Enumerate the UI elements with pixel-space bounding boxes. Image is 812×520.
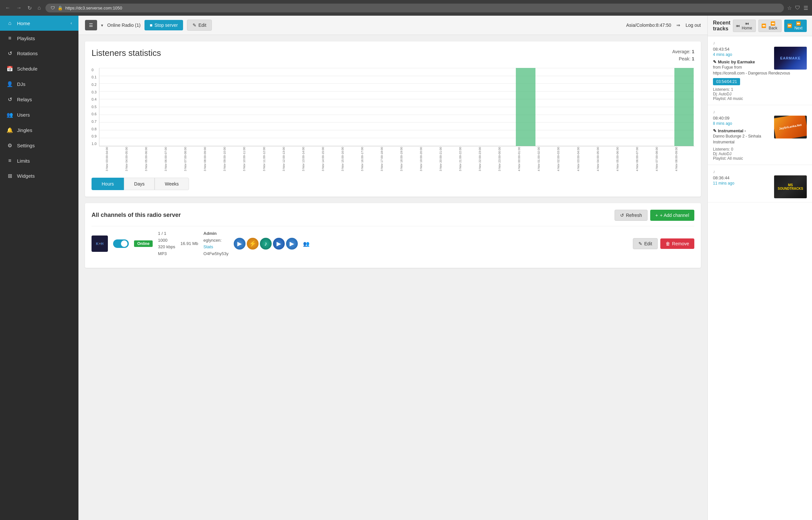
x-axis-label: 4 Nov 03:00-04:00	[576, 146, 596, 173]
sidebar-label-home: Home	[17, 21, 30, 26]
users-icon: 👥	[6, 112, 13, 118]
timezone-label: Asia/Colombo:8:47:50	[626, 23, 671, 28]
weeks-filter-button[interactable]: Weeks	[155, 178, 189, 190]
sidebar-label-widgets: Widgets	[17, 173, 35, 179]
back-button[interactable]: ←	[4, 4, 12, 12]
channel-toggle[interactable]	[113, 239, 129, 248]
sidebar-item-widgets[interactable]: ⊞ Widgets	[0, 168, 78, 184]
track-1-title: ✎ Music by Earmake	[713, 59, 771, 64]
admin-label: Admin	[203, 230, 228, 237]
sidebar-item-settings[interactable]: ⚙ Settings	[0, 138, 78, 153]
track-2-thumbnail: JaySriLanka.Net	[774, 115, 807, 138]
sidebar-item-schedule[interactable]: 📅 Schedule	[0, 61, 78, 76]
average-value: 1	[692, 49, 694, 54]
play-icon-3[interactable]: ▶	[286, 238, 298, 250]
channel-edit-label: Edit	[644, 241, 652, 246]
play-icon-1[interactable]: ▶	[234, 238, 246, 250]
x-axis-label: 3 Nov 05:00-06:00	[145, 146, 164, 173]
main-content: Listeners statistics Average: 1 Peak: 1	[78, 35, 707, 520]
track-2-content: JaySriLanka.Net 08:40:09 8 mins ago ✎ In…	[713, 115, 807, 161]
x-axis-label: 3 Nov 22:00-23:00	[478, 146, 498, 173]
sidebar-item-jingles[interactable]: 🔔 Jingles	[0, 123, 78, 138]
edit-icon-track2[interactable]: ✎	[713, 128, 717, 133]
stop-server-button[interactable]: ■ Stop server	[145, 20, 183, 30]
channel-media-icons: ▶ ⚡ ♪ ▶ ▶	[234, 238, 298, 250]
admin-stats-link[interactable]: Stats	[203, 244, 228, 251]
sidebar-label-jingles: Jingles	[17, 127, 32, 133]
home-nav-button[interactable]: ⏮ ⏮ Home	[733, 20, 756, 32]
channel-edit-button[interactable]: ✎ Edit	[633, 238, 658, 249]
x-axis-label: 3 Nov 03:00-04:00	[105, 146, 125, 173]
earmake-art: EARMAKE	[774, 47, 807, 70]
x-axis-label: 3 Nov 08:00-09:00	[203, 146, 223, 173]
chart-container: 1.00.90.80.70.60.50.40.30.20.10 3 Nov 03…	[92, 68, 694, 173]
x-axis-label: 3 Nov 09:00-10:00	[223, 146, 243, 173]
topbar: ☰ ▾ Online Radio (1) ■ Stop server ✎ Edi…	[78, 16, 707, 35]
sidebar-label-settings: Settings	[17, 143, 35, 148]
play-icon-2[interactable]: ▶	[273, 238, 285, 250]
sidebar-item-limits[interactable]: ≡ Limits	[0, 153, 78, 168]
add-channel-button[interactable]: + + Add channel	[650, 210, 694, 221]
forward-button[interactable]: →	[15, 4, 23, 12]
y-axis-label: 0.1	[92, 75, 96, 79]
address-bar[interactable]: 🛡 🔒 https://dc3.serverse.com:1050	[45, 4, 784, 12]
shield2-icon[interactable]: 🛡	[795, 5, 800, 11]
peak-label: Peak:	[679, 56, 691, 61]
track-1-playlist: Playlist: All music	[713, 96, 807, 101]
stats-header: Listeners statistics Average: 1 Peak: 1	[92, 48, 694, 63]
x-axis-label: 3 Nov 19:00-20:00	[419, 146, 439, 173]
y-axis-label: 0.4	[92, 97, 96, 101]
x-axis-label: 3 Nov 23:00-00:00	[498, 146, 517, 173]
back-nav-label: ⏪ Back	[767, 21, 779, 30]
toggle-slider	[113, 239, 129, 248]
x-axis-label: 3 Nov 21:00-22:00	[459, 146, 478, 173]
hamburger-button[interactable]: ☰	[85, 20, 97, 30]
track-item-1: ♪ EARMAKE 08:43:54 4 mins ago ✎ Music by…	[708, 36, 812, 105]
x-axis-label: 3 Nov 11:00-12:00	[263, 146, 282, 173]
track-1-progress: 03:54/04:21	[713, 78, 740, 85]
y-axis-label: 0.2	[92, 83, 96, 86]
stats-card: Listeners statistics Average: 1 Peak: 1	[85, 42, 701, 197]
widgets-icon: ⊞	[6, 173, 13, 179]
settings-icon: ⚙	[6, 142, 13, 149]
edit-icon-track1[interactable]: ✎	[713, 59, 717, 64]
logout-link[interactable]: Log out	[686, 23, 701, 28]
x-axis: 3 Nov 03:00-04:003 Nov 04:00-05:003 Nov …	[105, 146, 694, 173]
track-1-content: EARMAKE 08:43:54 4 mins ago ✎ Music by E…	[713, 47, 807, 101]
sidebar-item-users[interactable]: 👥 Users	[0, 107, 78, 123]
channels-header: All channels of this radio server ↺ Refr…	[92, 210, 694, 221]
refresh-button[interactable]: ↻	[26, 4, 33, 12]
refresh-button[interactable]: ↺ Refresh	[615, 210, 647, 221]
flash-icon[interactable]: ⚡	[247, 238, 259, 250]
y-axis-label: 0.6	[92, 112, 96, 116]
sidebar-item-relays[interactable]: ↺ Relays	[0, 92, 78, 107]
chart-bar	[516, 68, 536, 146]
hours-filter-button[interactable]: Hours	[92, 178, 124, 190]
star-icon[interactable]: ☆	[787, 5, 792, 11]
channels-title: All channels of this radio server	[92, 212, 181, 218]
schedule-icon: 📅	[6, 66, 13, 72]
edit-button[interactable]: ✎ Edit	[187, 20, 212, 31]
channel-remove-label: Remove	[672, 241, 689, 246]
y-axis-label: 0.9	[92, 134, 96, 138]
home-button[interactable]: ⌂	[36, 4, 42, 12]
music-note-3: ♪	[713, 169, 807, 174]
channel-remove-button[interactable]: 🗑 Remove	[660, 238, 694, 249]
sidebar-item-rotations[interactable]: ↺ Rotations	[0, 46, 78, 61]
channel-logo: K✈H	[92, 235, 108, 252]
sidebar-item-djs[interactable]: 👤 DJs	[0, 76, 78, 92]
y-axis: 1.00.90.80.70.60.50.40.30.20.10	[92, 68, 99, 146]
sidebar-label-playlists: Playlists	[17, 35, 35, 41]
music-icon[interactable]: ♪	[260, 238, 272, 250]
sidebar-label-schedule: Schedule	[17, 66, 38, 72]
menu-icon[interactable]: ☰	[804, 5, 808, 11]
stats-info: Average: 1 Peak: 1	[672, 48, 694, 63]
next-nav-button[interactable]: ⏩ ⏩ Next	[784, 20, 807, 32]
sidebar-item-home[interactable]: ⌂ Home ‹	[0, 16, 78, 31]
track-item-3: ♪ MS SOUNDTRACKS 08:36:44 11 mins ago	[708, 165, 812, 203]
x-axis-label: 4 Nov 04:00-05:00	[596, 146, 616, 173]
back-nav-button[interactable]: ⏪ ⏪ Back	[758, 20, 782, 32]
days-filter-button[interactable]: Days	[124, 178, 155, 190]
sidebar-item-playlists[interactable]: ≡ Playlists	[0, 31, 78, 46]
max-listeners: 1000	[158, 237, 175, 244]
